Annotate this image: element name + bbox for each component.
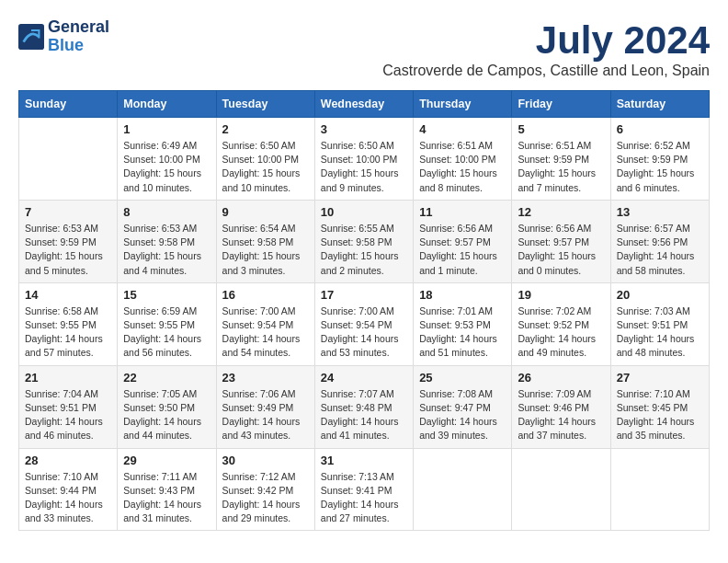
calendar-cell: 18Sunrise: 7:01 AM Sunset: 9:53 PM Dayli… — [414, 282, 512, 365]
calendar-cell: 21Sunrise: 7:04 AM Sunset: 9:51 PM Dayli… — [19, 365, 118, 448]
header-thursday: Thursday — [414, 91, 512, 118]
calendar-cell: 19Sunrise: 7:02 AM Sunset: 9:52 PM Dayli… — [512, 282, 610, 365]
day-info: Sunrise: 6:51 AM Sunset: 9:59 PM Dayligh… — [518, 139, 604, 195]
calendar-week-3: 21Sunrise: 7:04 AM Sunset: 9:51 PM Dayli… — [19, 365, 710, 448]
calendar-cell — [512, 448, 610, 531]
day-number: 3 — [321, 122, 407, 136]
calendar-cell: 24Sunrise: 7:07 AM Sunset: 9:48 PM Dayli… — [314, 365, 413, 448]
header-wednesday: Wednesday — [314, 91, 413, 118]
day-info: Sunrise: 6:56 AM Sunset: 9:57 PM Dayligh… — [419, 222, 506, 278]
calendar-cell: 20Sunrise: 7:03 AM Sunset: 9:51 PM Dayli… — [610, 282, 709, 365]
day-number: 14 — [25, 288, 111, 302]
calendar-header: Sunday Monday Tuesday Wednesday Thursday… — [19, 91, 710, 118]
day-number: 30 — [222, 454, 309, 467]
day-info: Sunrise: 6:55 AM Sunset: 9:58 PM Dayligh… — [321, 222, 407, 278]
header-sunday: Sunday — [19, 91, 118, 118]
calendar-week-2: 14Sunrise: 6:58 AM Sunset: 9:55 PM Dayli… — [19, 282, 710, 365]
calendar-cell: 22Sunrise: 7:05 AM Sunset: 9:50 PM Dayli… — [118, 365, 216, 448]
header-monday: Monday — [118, 91, 216, 118]
calendar-cell: 8Sunrise: 6:53 AM Sunset: 9:58 PM Daylig… — [118, 200, 216, 282]
title-section: July 2024 Castroverde de Campos, Castill… — [382, 18, 710, 88]
calendar-table: Sunday Monday Tuesday Wednesday Thursday… — [18, 90, 710, 531]
calendar-cell: 26Sunrise: 7:09 AM Sunset: 9:46 PM Dayli… — [512, 365, 610, 448]
logo-icon — [18, 24, 44, 50]
day-number: 4 — [419, 122, 506, 136]
top-bar: General Blue July 2024 Castroverde de Ca… — [18, 18, 710, 90]
day-info: Sunrise: 7:08 AM Sunset: 9:47 PM Dayligh… — [419, 387, 506, 443]
calendar-cell: 7Sunrise: 6:53 AM Sunset: 9:59 PM Daylig… — [19, 200, 118, 282]
calendar-cell: 31Sunrise: 7:13 AM Sunset: 9:41 PM Dayli… — [314, 448, 413, 531]
day-number: 22 — [123, 371, 210, 385]
day-number: 18 — [419, 288, 506, 302]
day-info: Sunrise: 6:54 AM Sunset: 9:58 PM Dayligh… — [222, 222, 309, 278]
subtitle: Castroverde de Campos, Castille and Leon… — [382, 63, 710, 79]
calendar-cell — [19, 118, 118, 201]
calendar-week-1: 7Sunrise: 6:53 AM Sunset: 9:59 PM Daylig… — [19, 200, 710, 282]
day-info: Sunrise: 7:10 AM Sunset: 9:45 PM Dayligh… — [617, 387, 703, 443]
calendar-cell: 14Sunrise: 6:58 AM Sunset: 9:55 PM Dayli… — [19, 282, 118, 365]
calendar-cell: 6Sunrise: 6:52 AM Sunset: 9:59 PM Daylig… — [610, 118, 709, 201]
day-number: 15 — [123, 288, 210, 302]
logo: General Blue — [18, 18, 109, 55]
calendar-cell: 4Sunrise: 6:51 AM Sunset: 10:00 PM Dayli… — [414, 118, 512, 201]
day-info: Sunrise: 7:06 AM Sunset: 9:49 PM Dayligh… — [222, 387, 309, 443]
calendar-week-0: 1Sunrise: 6:49 AM Sunset: 10:00 PM Dayli… — [19, 118, 710, 201]
calendar-cell: 13Sunrise: 6:57 AM Sunset: 9:56 PM Dayli… — [610, 200, 709, 282]
day-number: 26 — [518, 371, 604, 385]
calendar-body: 1Sunrise: 6:49 AM Sunset: 10:00 PM Dayli… — [19, 118, 710, 531]
calendar-cell: 12Sunrise: 6:56 AM Sunset: 9:57 PM Dayli… — [512, 200, 610, 282]
day-number: 17 — [321, 288, 407, 302]
logo-general: General — [48, 17, 109, 36]
day-info: Sunrise: 7:00 AM Sunset: 9:54 PM Dayligh… — [321, 304, 407, 361]
day-number: 12 — [518, 205, 604, 219]
calendar-cell: 2Sunrise: 6:50 AM Sunset: 10:00 PM Dayli… — [216, 118, 314, 201]
day-info: Sunrise: 6:53 AM Sunset: 9:58 PM Dayligh… — [123, 222, 210, 278]
day-info: Sunrise: 7:10 AM Sunset: 9:44 PM Dayligh… — [25, 470, 111, 526]
svg-rect-0 — [18, 24, 44, 50]
day-number: 8 — [123, 205, 210, 219]
day-number: 31 — [321, 454, 407, 467]
day-info: Sunrise: 7:11 AM Sunset: 9:43 PM Dayligh… — [123, 470, 210, 526]
calendar-cell: 23Sunrise: 7:06 AM Sunset: 9:49 PM Dayli… — [216, 365, 314, 448]
calendar-cell: 1Sunrise: 6:49 AM Sunset: 10:00 PM Dayli… — [118, 118, 216, 201]
day-number: 23 — [222, 371, 309, 385]
day-info: Sunrise: 7:05 AM Sunset: 9:50 PM Dayligh… — [123, 387, 210, 443]
month-title: July 2024 — [382, 18, 710, 63]
day-info: Sunrise: 6:56 AM Sunset: 9:57 PM Dayligh… — [518, 222, 604, 278]
day-info: Sunrise: 6:52 AM Sunset: 9:59 PM Dayligh… — [617, 139, 703, 195]
day-info: Sunrise: 7:02 AM Sunset: 9:52 PM Dayligh… — [518, 304, 604, 361]
logo-blue: Blue — [48, 36, 84, 54]
calendar-cell: 25Sunrise: 7:08 AM Sunset: 9:47 PM Dayli… — [414, 365, 512, 448]
calendar-cell: 16Sunrise: 7:00 AM Sunset: 9:54 PM Dayli… — [216, 282, 314, 365]
calendar-cell: 9Sunrise: 6:54 AM Sunset: 9:58 PM Daylig… — [216, 200, 314, 282]
day-info: Sunrise: 6:49 AM Sunset: 10:00 PM Daylig… — [123, 139, 210, 195]
day-info: Sunrise: 6:58 AM Sunset: 9:55 PM Dayligh… — [25, 304, 111, 361]
day-info: Sunrise: 7:13 AM Sunset: 9:41 PM Dayligh… — [321, 470, 407, 526]
day-info: Sunrise: 6:57 AM Sunset: 9:56 PM Dayligh… — [617, 222, 703, 278]
day-number: 21 — [25, 371, 111, 385]
day-number: 11 — [419, 205, 506, 219]
day-number: 6 — [617, 122, 703, 136]
day-info: Sunrise: 7:09 AM Sunset: 9:46 PM Dayligh… — [518, 387, 604, 443]
day-number: 25 — [419, 371, 506, 385]
header-tuesday: Tuesday — [216, 91, 314, 118]
calendar-cell: 3Sunrise: 6:50 AM Sunset: 10:00 PM Dayli… — [314, 118, 413, 201]
day-number: 7 — [25, 205, 111, 219]
calendar-cell: 28Sunrise: 7:10 AM Sunset: 9:44 PM Dayli… — [19, 448, 118, 531]
calendar-cell — [414, 448, 512, 531]
day-number: 24 — [321, 371, 407, 385]
header-saturday: Saturday — [610, 91, 709, 118]
day-info: Sunrise: 7:00 AM Sunset: 9:54 PM Dayligh… — [222, 304, 309, 361]
calendar-cell — [610, 448, 709, 531]
day-number: 2 — [222, 122, 309, 136]
day-info: Sunrise: 7:01 AM Sunset: 9:53 PM Dayligh… — [419, 304, 506, 361]
day-number: 29 — [123, 454, 210, 467]
calendar-cell: 17Sunrise: 7:00 AM Sunset: 9:54 PM Dayli… — [314, 282, 413, 365]
day-number: 16 — [222, 288, 309, 302]
calendar-cell: 30Sunrise: 7:12 AM Sunset: 9:42 PM Dayli… — [216, 448, 314, 531]
day-info: Sunrise: 7:03 AM Sunset: 9:51 PM Dayligh… — [617, 304, 703, 361]
header-friday: Friday — [512, 91, 610, 118]
day-number: 5 — [518, 122, 604, 136]
calendar-cell: 29Sunrise: 7:11 AM Sunset: 9:43 PM Dayli… — [118, 448, 216, 531]
day-number: 13 — [617, 205, 703, 219]
